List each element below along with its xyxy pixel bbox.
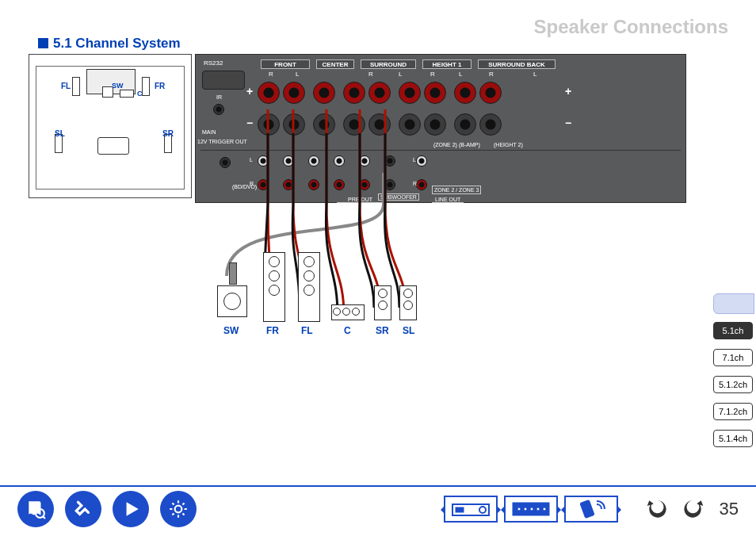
- room-label-sr: SR: [162, 129, 174, 138]
- spk-label-sl: SL: [403, 325, 414, 336]
- panel-sub-l2: L: [399, 71, 402, 78]
- sw-plug-icon: [229, 262, 237, 285]
- side-tab-indicator[interactable]: [713, 293, 754, 314]
- panel-rca-z-l: [416, 155, 427, 167]
- tab-7-1ch[interactable]: 7.1ch: [713, 349, 753, 366]
- jack-surr-l-neg: [368, 113, 391, 136]
- panel-rs232-port: [202, 71, 245, 90]
- tab-7-1-2ch[interactable]: 7.1.2ch: [713, 403, 753, 420]
- panel-label-subwoofer: SUBWOOFER: [378, 193, 419, 201]
- panel-label-zone2-preamp: (ZONE 2) (B-AMP): [433, 142, 480, 147]
- receiver-back-panel: RS232 IR MAIN 12V TRIGGER OUT FRONT CENT…: [195, 54, 686, 203]
- panel-label-zl: L: [413, 157, 416, 163]
- room-label-c: C: [137, 90, 143, 98]
- panel-ir-jack: [213, 104, 224, 115]
- nav-device-rear-button[interactable]: [504, 496, 558, 523]
- panel-label-r1: R: [250, 181, 254, 186]
- channel-config-tabs: 5.1ch 7.1ch 5.1.2ch 7.1.2ch 5.1.4ch: [713, 293, 756, 457]
- panel-rca-l1: [258, 155, 269, 167]
- nav-play-button[interactable]: [113, 491, 149, 527]
- room-speaker-fl: [72, 77, 80, 96]
- panel-label-rs232: RS232: [204, 59, 223, 67]
- manual-icon: [25, 499, 46, 519]
- speaker-c: [331, 304, 365, 320]
- device-rear-icon: [511, 500, 551, 519]
- speaker-fr: [263, 252, 285, 322]
- panel-rca-z-r: [416, 179, 427, 190]
- polarity-plus-top-r: +: [565, 85, 571, 98]
- nav-cables-button[interactable]: [65, 491, 101, 527]
- svg-rect-12: [579, 500, 594, 519]
- svg-point-11: [543, 507, 546, 511]
- speaker-illustrations: SW FR FL C SR SL: [217, 238, 455, 341]
- panel-sub-r4: R: [489, 71, 494, 78]
- jack-center-neg: [313, 113, 335, 136]
- speaker-fl: [298, 252, 320, 322]
- panel-rca-r4: [334, 179, 345, 190]
- panel-rca-l4: [334, 155, 345, 167]
- section-title-text: 5.1 Channel System: [53, 36, 181, 51]
- panel-label-trigger: 12V TRIGGER OUT: [197, 139, 247, 144]
- spk-label-sw: SW: [223, 325, 239, 336]
- polarity-plus-top: +: [246, 85, 253, 98]
- polarity-minus-bottom-r: −: [565, 117, 571, 129]
- panel-label-l1: L: [250, 157, 253, 163]
- jack-surr-r-pos: [343, 82, 365, 104]
- panel-rca-sw1: [384, 155, 395, 167]
- nav-manual-button[interactable]: [17, 491, 54, 527]
- nav-redo-button[interactable]: [680, 496, 705, 522]
- undo-icon: [647, 500, 666, 517]
- panel-rca-l5: [359, 155, 370, 167]
- room-label-sl: SL: [55, 129, 65, 138]
- room-speaker-fr: [142, 77, 150, 96]
- panel-label-height2: (HEIGHT 2): [494, 142, 523, 147]
- panel-group-center: CENTER: [316, 59, 354, 69]
- nav-undo-button[interactable]: [645, 496, 670, 522]
- room-label-sw: SW: [112, 82, 124, 90]
- nav-device-front-button[interactable]: [444, 496, 498, 523]
- panel-rca-sw2: [384, 179, 395, 190]
- play-icon: [120, 499, 141, 519]
- room-label-fr: FR: [155, 82, 165, 90]
- room-label-fl: FL: [61, 82, 71, 90]
- jack-sb-r-neg: [454, 113, 476, 136]
- nav-remote-button[interactable]: [564, 496, 618, 523]
- spk-label-fr: FR: [266, 325, 279, 336]
- panel-label-lineout: LINE OUT: [432, 197, 464, 203]
- speaker-sl: [399, 285, 417, 320]
- nav-settings-button[interactable]: [160, 491, 197, 527]
- panel-rca-r1: [258, 179, 269, 190]
- svg-point-2: [175, 506, 182, 513]
- room-sofa: [97, 137, 129, 155]
- redo-icon: [684, 500, 703, 517]
- room-center-speaker: [120, 90, 134, 98]
- svg-point-9: [530, 507, 533, 511]
- cables-icon: [73, 499, 94, 519]
- panel-rca-r3: [308, 179, 319, 190]
- page-header-title: Speaker Connections: [534, 16, 728, 38]
- jack-front-r-pos: [258, 82, 280, 104]
- panel-label-ir: IR: [216, 94, 222, 100]
- speaker-sr: [374, 285, 391, 320]
- jack-h1-r-pos: [399, 82, 421, 104]
- tab-5-1-2ch[interactable]: 5.1.2ch: [713, 376, 753, 393]
- panel-jack-row-positive: [258, 82, 505, 107]
- tab-5-1ch[interactable]: 5.1ch: [713, 322, 753, 339]
- panel-sub-l4: L: [533, 71, 536, 78]
- svg-point-7: [517, 507, 521, 511]
- panel-rca-l2: [283, 155, 294, 167]
- tab-5-1-4ch[interactable]: 5.1.4ch: [713, 430, 753, 447]
- speaker-sw: [217, 285, 247, 317]
- jack-sb-r-pos: [454, 82, 476, 104]
- panel-rca-trigger: [220, 157, 231, 168]
- panel-sub-r3: R: [430, 71, 435, 78]
- panel-sub-l1: L: [296, 71, 299, 78]
- page-number: 35: [720, 499, 739, 519]
- svg-rect-4: [456, 507, 464, 512]
- jack-h1-r-neg: [399, 113, 421, 136]
- panel-group-surround: SURROUND: [361, 59, 416, 69]
- polarity-minus-bottom: −: [246, 117, 253, 129]
- panel-jack-row-negative: [258, 113, 505, 139]
- panel-label-zone2-zone3: ZONE 2 / ZONE 3: [432, 186, 481, 194]
- jack-front-l-pos: [283, 82, 305, 104]
